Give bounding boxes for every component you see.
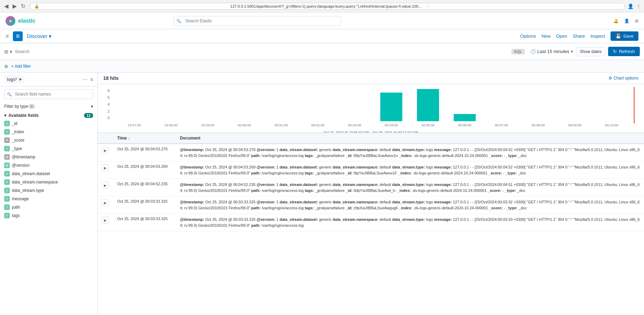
show-dates-button[interactable]: Show dates xyxy=(576,47,606,56)
time-axis-label: 00:02:00 xyxy=(311,123,325,127)
available-fields-section: ▾ Available fields 12 t_idt_index#_score… xyxy=(0,111,97,222)
available-fields-header[interactable]: ▾ Available fields 12 xyxy=(4,113,93,118)
back-button[interactable]: ◀ xyxy=(3,2,10,10)
field-name-label: @timestamp xyxy=(12,155,36,159)
time-axis-label: 00:09:00 xyxy=(568,123,582,127)
inspect-button[interactable]: Inspect xyxy=(590,33,605,39)
filter-icon[interactable]: ⊕ xyxy=(4,63,8,69)
index-name-text: logs* xyxy=(7,77,17,82)
field-type-icon: t xyxy=(4,188,10,193)
field-type-icon: t xyxy=(4,121,10,126)
field-item[interactable]: tdata_stream.namespace xyxy=(4,178,93,186)
field-item[interactable]: #_score xyxy=(4,136,93,144)
forward-button[interactable]: ▶ xyxy=(11,2,18,10)
time-axis-label: 00:10:00 xyxy=(605,123,618,127)
search-mode-icon[interactable]: ⊞ xyxy=(4,49,8,54)
field-item[interactable]: tdata_stream.type xyxy=(4,186,93,195)
apps-icon[interactable]: ⊞ xyxy=(635,18,638,23)
row-doc-cell: @timestamp: Oct 25, 2024 @ 00:03:33.325 … xyxy=(176,196,644,214)
row-expand-button[interactable]: ▶ xyxy=(102,199,109,206)
filter-type-dropdown: ▾ xyxy=(91,104,93,109)
search-bar-icons: ⊞ ▾ xyxy=(4,49,12,54)
expand-col-header xyxy=(98,133,113,144)
header-right: 🔔 👤 ⊞ xyxy=(613,18,638,23)
nav-right: Options New Open Share Inspect 💾 Save xyxy=(520,31,638,41)
field-item[interactable]: tdata_stream.dataset xyxy=(4,170,93,178)
profile-icon[interactable]: 👤 xyxy=(628,3,634,9)
field-item[interactable]: tmessage xyxy=(4,195,93,203)
notifications-icon[interactable]: 🔔 xyxy=(613,18,619,23)
refresh-button[interactable]: ↻ Refresh xyxy=(608,47,640,56)
svg-text:8: 8 xyxy=(107,89,109,93)
results-table-area[interactable]: Time ↓ Document ▶Oct 25, 2024 @ 00:04:53… xyxy=(98,133,644,315)
field-search-input[interactable] xyxy=(4,89,93,99)
open-button[interactable]: Open xyxy=(556,33,567,39)
field-name-label: _id xyxy=(12,121,17,126)
sidebar-list-icon[interactable]: ≡ xyxy=(90,77,93,82)
elastic-logo-icon: e xyxy=(6,16,15,26)
field-name-label: path xyxy=(12,205,20,210)
time-range-text: Last 15 minutes xyxy=(537,49,569,54)
browser-icons: 👤 ⋮ xyxy=(628,3,641,9)
row-expand-button[interactable]: ▶ xyxy=(102,164,109,171)
share-button[interactable]: Share xyxy=(573,33,585,39)
elastic-logo[interactable]: e elastic xyxy=(6,16,36,26)
filter-bar: ⊕ + Add filter xyxy=(0,60,644,73)
chart-options-button[interactable]: ⚙ Chart options xyxy=(608,76,638,81)
time-axis-label: 00:00:00 xyxy=(238,123,251,127)
sidebar-dots-icon[interactable]: ⋯ xyxy=(83,77,88,82)
field-item[interactable]: @@timestamp xyxy=(4,153,93,161)
browser-nav: ◀ ▶ ↻ xyxy=(3,2,27,10)
field-item[interactable]: t_id xyxy=(4,119,93,128)
row-time-cell: Oct 25, 2024 @ 00:04:52.235 xyxy=(113,179,176,196)
field-item[interactable]: @@version xyxy=(4,161,93,170)
hamburger-menu[interactable]: ≡ xyxy=(6,33,9,39)
time-picker-icon[interactable]: 🕐 Last 15 minutes ▾ xyxy=(530,49,573,54)
histogram-chart: 8 6 4 2 0 23:57:0023:58:0023:59:0000:00:… xyxy=(103,87,638,130)
index-selector[interactable]: logs* ▾ xyxy=(4,75,24,83)
chart-area: 8 6 4 2 0 23:57:0023:58:0023:59:0000:00:… xyxy=(98,84,644,133)
time-axis-label: 00:04:00 xyxy=(385,123,398,127)
menu-icon[interactable]: ⋮ xyxy=(636,3,641,9)
row-expand-cell: ▶ xyxy=(98,196,113,214)
save-icon: 💾 xyxy=(615,33,621,39)
kql-badge[interactable]: KQL xyxy=(512,49,525,54)
field-item[interactable]: tpath xyxy=(4,203,93,211)
row-expand-button[interactable]: ▶ xyxy=(102,182,109,189)
add-filter-button[interactable]: + Add filter xyxy=(11,64,31,69)
time-axis-label: 23:59:00 xyxy=(201,123,214,127)
row-time-cell: Oct 25, 2024 @ 00:03:33.325 xyxy=(113,196,176,214)
refresh-browser-button[interactable]: ↻ xyxy=(20,2,27,10)
sidebar: logs* ▾ ⋯ ≡ Filter by type 0 ▾ ▾ Availab… xyxy=(0,73,98,315)
field-item[interactable]: t_type xyxy=(4,144,93,153)
field-type-icon: t xyxy=(4,171,10,177)
field-type-icon: t xyxy=(4,179,10,185)
kql-search-input[interactable] xyxy=(15,49,509,54)
content-header: 18 hits ⚙ Chart options xyxy=(98,73,644,84)
discover-app-name[interactable]: Discover ▾ xyxy=(27,33,51,39)
field-item[interactable]: t_index xyxy=(4,128,93,136)
filter-type-row[interactable]: Filter by type 0 ▾ xyxy=(0,102,97,111)
row-expand-cell: ▶ xyxy=(98,214,113,231)
table-row: ▶Oct 25, 2024 @ 00:04:53.269@timestamp: … xyxy=(98,162,644,179)
global-search-input[interactable] xyxy=(174,16,341,26)
bookmark-icon[interactable]: ☆ xyxy=(426,4,620,8)
row-expand-button[interactable]: ▶ xyxy=(102,217,109,224)
user-icon[interactable]: 👤 xyxy=(624,18,629,23)
field-item[interactable]: ttags xyxy=(4,211,93,220)
save-button[interactable]: 💾 Save xyxy=(611,31,638,41)
new-button[interactable]: New xyxy=(541,33,551,39)
options-button[interactable]: Options xyxy=(520,33,536,39)
search-chevron-icon[interactable]: ▾ xyxy=(10,49,12,54)
header-search[interactable] xyxy=(174,16,341,26)
sidebar-icons: ⋯ ≡ xyxy=(83,77,93,82)
table-row: ▶Oct 25, 2024 @ 00:03:33.325@timestamp: … xyxy=(98,196,644,214)
app-dropdown-icon: ▾ xyxy=(49,33,52,39)
field-list: t_idt_index#_scoret_type@@timestamp@@ver… xyxy=(4,119,93,220)
row-expand-cell: ▶ xyxy=(98,179,113,196)
app-badge[interactable]: D xyxy=(13,31,23,41)
address-bar[interactable]: 🔒 127.0.0.1:5601/app/discover#/?_g=(filt… xyxy=(30,3,625,10)
main-layout: logs* ▾ ⋯ ≡ Filter by type 0 ▾ ▾ Availab… xyxy=(0,73,644,315)
row-expand-button[interactable]: ▶ xyxy=(102,147,109,154)
table-row: ▶Oct 25, 2024 @ 00:03:33.325@timestamp: … xyxy=(98,214,644,231)
